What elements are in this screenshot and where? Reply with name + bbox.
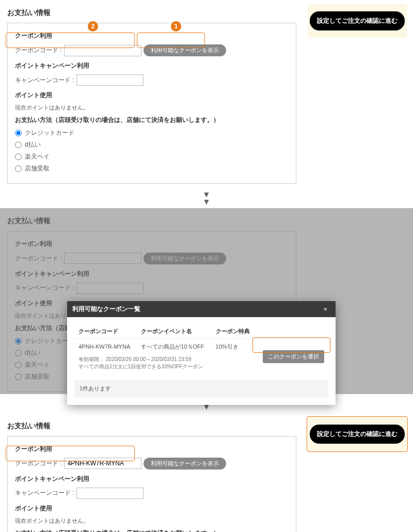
cell-event: すべての商品が10％OFF [137,338,211,355]
coupon-detail: すべての商品1注文に1回使用できる10%OFFクーポン [78,363,251,370]
modal-title: 利用可能なクーポン一覧 [72,305,140,314]
campaign-heading: ポイントキャンペーン利用 [15,270,289,278]
coupon-heading: クーポン利用 [15,445,289,453]
payment-option-store[interactable]: 店舗受取 [15,164,289,173]
col-event: クーポンイベント名 [137,324,211,339]
payment-method-heading: お支払い方法（店頭受け取りの場合は、店舗にて決済をお願いします。） [15,529,289,532]
points-heading: ポイント使用 [15,504,289,513]
campaign-code-input[interactable] [76,283,144,294]
campaign-code-input[interactable] [76,74,144,86]
coupon-table: クーポンコード クーポンイベント名 クーポン特典 4PNH-KW7R-MYNA … [74,324,328,374]
proceed-button[interactable]: 設定してご注文の確認に進む [310,425,405,444]
coupon-code-label: クーポンコード : [15,459,62,468]
callout-badge-1: 1 [171,21,181,32]
payment-method-list: クレジットカード d払い 楽天ペイ 店舗受取 [15,129,289,173]
points-heading: ポイント使用 [15,91,289,100]
coupon-code-input[interactable] [64,458,141,469]
show-coupons-button[interactable]: 利用可能なクーポンを表示 [144,253,226,264]
campaign-code-label: キャンペーンコード : [15,76,74,85]
show-coupons-button[interactable]: 利用可能なクーポンを表示 [144,44,226,56]
col-code: クーポンコード [74,324,137,339]
table-row: 4PNH-KW7R-MYNA すべての商品が10％OFF 10%引き このクーポ… [74,338,328,355]
close-icon[interactable]: × [320,305,330,314]
callout-badge-2: 2 [88,21,98,32]
payment-method-heading: お支払い方法（店頭受け取りの場合は、店舗にて決済をお願いします。） [15,116,289,124]
points-note: 現在ポイントはありません。 [15,104,289,112]
cta-card: 設定してご注文の確認に進む [308,417,407,451]
campaign-heading: ポイントキャンペーン利用 [15,475,289,483]
payment-option-rakuten[interactable]: 楽天ペイ [15,152,289,161]
cell-code: 4PNH-KW7R-MYNA [74,338,137,355]
campaign-code-label: キャンペーンコード : [15,489,74,497]
campaign-heading: ポイントキャンペーン利用 [15,61,289,70]
col-benefit: クーポン特典 [212,324,256,339]
payment-option-credit[interactable]: クレジットカード [15,129,289,137]
coupon-heading: クーポン利用 [15,32,289,40]
cell-benefit: 10%引き [212,338,256,355]
coupon-code-input[interactable] [64,253,141,264]
coupon-code-input[interactable] [64,45,141,56]
arrow-down-icon: ▼▼ [0,191,413,206]
radio-rakuten[interactable] [15,153,22,160]
payment-option-dpay[interactable]: d払い [15,140,289,149]
section-title: お支払い情報 [7,216,406,226]
proceed-button[interactable]: 設定してご注文の確認に進む [310,11,405,30]
radio-store[interactable] [15,165,22,172]
radio-credit[interactable] [15,130,22,136]
coupon-heading: クーポン利用 [15,240,289,248]
result-count: 1件あります [74,380,328,398]
campaign-code-label: キャンペーンコード : [15,284,74,292]
show-coupons-button[interactable]: 利用可能なクーポンを表示 [144,458,226,470]
coupon-modal: 利用可能なクーポン一覧 × クーポンコード クーポンイベント名 クーポン特典 4… [67,301,336,405]
select-coupon-button[interactable]: このクーポンを選択 [263,350,324,363]
coupon-code-label: クーポンコード : [15,254,62,263]
campaign-code-input[interactable] [76,488,144,499]
panel-step3: お支払い情報 クーポン利用 クーポンコード : 利用可能なクーポンを表示 ポイン… [0,413,413,532]
panel-step1: お支払い情報 2 1 クーポン利用 クーポンコード : 利用可能なクーポンを表示… [0,0,413,189]
payment-form-box: クーポン利用 クーポンコード : 利用可能なクーポンを表示 ポイントキャンペーン… [7,436,296,532]
coupon-code-label: クーポンコード : [15,46,62,55]
panel-step2: お支払い情報 クーポン利用 クーポンコード : 利用可能なクーポンを表示 ポイン… [0,208,413,394]
payment-form-box: 2 1 クーポン利用 クーポンコード : 利用可能なクーポンを表示 ポイントキャ… [7,23,296,184]
cta-card: 設定してご注文の確認に進む [308,4,407,38]
points-note: 現在ポイントはありません。 [15,517,289,525]
coupon-validity: 有効期間： 2020/03/26 00:00～2020/03/31 23:59 [78,356,251,363]
radio-dpay[interactable] [15,142,22,148]
